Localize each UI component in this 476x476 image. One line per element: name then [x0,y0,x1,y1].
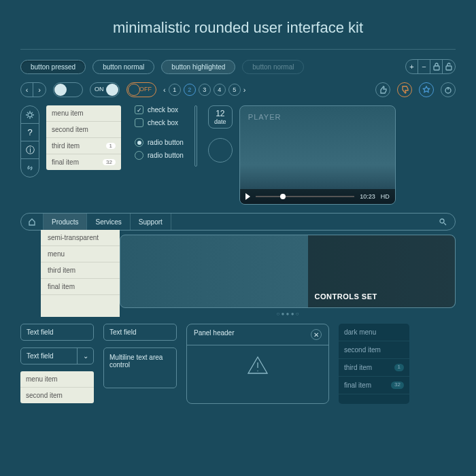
power-icon[interactable] [441,82,456,97]
svg-point-4 [28,113,32,117]
thumbs-down-icon[interactable] [397,82,412,97]
knob-dial[interactable] [208,138,233,163]
minus-icon[interactable]: − [418,60,430,73]
menu-item[interactable]: third item1 [46,138,121,154]
video-player[interactable]: PLAYER 10:23 HD [239,105,396,205]
slider-vertical[interactable] [194,105,197,167]
icon-column: ? ⓘ [20,105,39,177]
nav-services[interactable]: Services [87,214,130,230]
text-field[interactable]: Text field [20,324,94,341]
menu-item[interactable]: second item [46,122,121,138]
date-widget[interactable]: 12date [208,105,233,129]
menu-item[interactable]: menu item [46,105,121,122]
play-icon[interactable] [245,193,250,200]
search-icon[interactable] [430,214,455,230]
checkbox-checked[interactable]: ✓check box [135,105,184,114]
hero-panel[interactable]: CONTROLS SET [120,235,456,308]
nav-dropdown: semi-transparent menu third item final i… [41,230,120,317]
menu-item[interactable]: second item [339,341,409,359]
select-dropdown: menu item second item [20,371,94,403]
radio-unselected[interactable]: radio button [135,151,184,160]
light-menu: menu item second item third item1 final … [46,105,121,170]
player-label: PLAYER [248,113,282,121]
panel-header: Panel header [194,329,235,340]
unlock-icon[interactable] [443,60,455,73]
player-time: 10:23 [360,193,375,200]
toggle-off[interactable] [53,82,83,97]
close-icon[interactable]: ✕ [311,329,322,340]
svg-point-5 [440,219,444,223]
textarea[interactable]: Multiline text area control [103,347,177,388]
icon-group: + − [405,59,456,74]
home-icon[interactable] [21,214,44,230]
divider [20,49,456,50]
page-title: minimalistic rounded user interface kit [20,19,456,37]
dropdown-item[interactable]: final item [41,279,120,295]
nav-bar: Products Services Support [20,213,456,231]
dropdown-item[interactable]: second item [20,388,94,403]
menu-item[interactable]: final item32 [46,154,121,170]
checkbox-unchecked[interactable]: check box [135,118,184,127]
plus-icon[interactable]: + [406,60,418,73]
pager-arrows: ‹ › [20,82,46,97]
lock-icon[interactable] [430,60,443,73]
toggle-off-highlighted[interactable]: OFF [126,82,156,97]
dropdown-item[interactable]: semi-transparent [41,230,120,246]
dark-menu: dark menu second item third item1 final … [339,324,409,404]
chevron-left-icon[interactable]: ‹ [163,86,166,94]
chevron-right-icon[interactable]: › [243,86,246,94]
menu-item[interactable]: final item32 [339,377,409,394]
chevron-down-icon[interactable]: ⌄ [77,348,93,364]
page-5[interactable]: 5 [228,84,241,96]
button-highlighted[interactable]: button highlighted [161,60,235,74]
dropdown-item[interactable]: menu [41,246,120,262]
help-icon[interactable]: ? [21,124,39,141]
chevron-left-icon[interactable]: ‹ [21,83,33,97]
radio-selected[interactable]: radio button [135,138,184,147]
page-4[interactable]: 4 [214,84,226,96]
toggle-on[interactable]: ON [90,82,120,97]
svg-rect-0 [434,66,439,70]
progress-track[interactable] [256,196,354,197]
svg-rect-1 [446,66,452,70]
hero-label: CONTROLS SET [315,292,377,301]
info-icon[interactable]: ⓘ [21,141,39,159]
button-pressed[interactable]: button pressed [20,60,86,74]
warning-icon [245,354,270,376]
nav-products[interactable]: Products [44,214,87,230]
button-disabled: button normal [242,60,304,74]
star-icon[interactable] [419,82,434,97]
select-field[interactable]: Text field⌄ [20,347,94,364]
thumbs-up-icon[interactable] [375,82,390,97]
hd-badge: HD [381,193,390,200]
dropdown-item[interactable]: third item [41,262,120,279]
alert-panel: Panel header✕ [186,324,329,404]
pagination: ‹ 1 2 3 4 5 › [163,84,245,96]
page-3[interactable]: 3 [199,84,211,96]
nav-support[interactable]: Support [131,214,171,230]
page-1[interactable]: 1 [169,84,181,96]
link-icon[interactable] [21,159,39,177]
menu-item[interactable]: dark menu [339,324,409,341]
carousel-dots[interactable]: ○ ● ● ● ○ [120,311,456,317]
button-normal[interactable]: button normal [92,60,154,74]
text-field[interactable]: Text field [103,324,177,341]
page-2[interactable]: 2 [184,84,196,96]
menu-item[interactable]: third item1 [339,359,409,377]
dropdown-item[interactable]: menu item [20,371,94,388]
gear-icon[interactable] [21,106,39,124]
svg-line-6 [444,223,446,225]
chevron-right-icon[interactable]: › [33,83,46,97]
